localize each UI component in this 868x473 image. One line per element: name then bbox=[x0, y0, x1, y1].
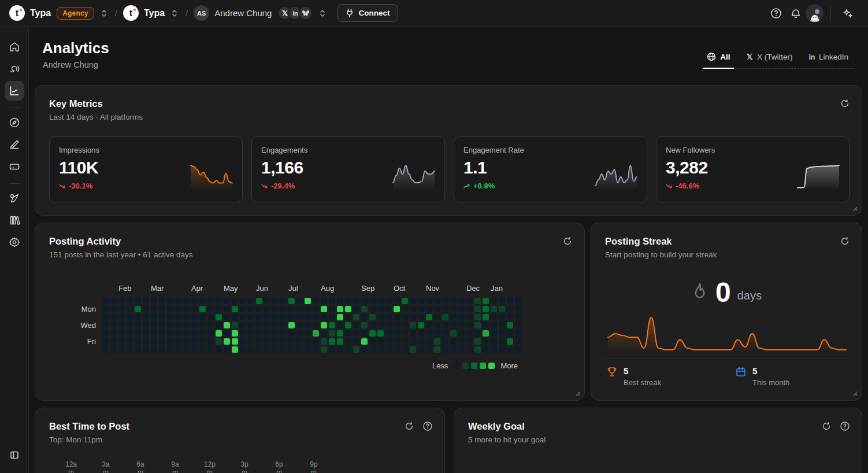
heatmap-cell[interactable] bbox=[118, 306, 125, 312]
heatmap-cell[interactable] bbox=[426, 306, 432, 312]
heatmap-cell[interactable] bbox=[483, 338, 489, 345]
heatmap-cell[interactable] bbox=[474, 314, 481, 320]
heatmap-cell[interactable] bbox=[515, 330, 521, 337]
heatmap-cell[interactable] bbox=[232, 314, 238, 320]
heatmap-cell[interactable] bbox=[224, 298, 230, 304]
heatmap-cell[interactable] bbox=[353, 298, 359, 304]
heatmap-cell[interactable] bbox=[426, 338, 432, 345]
heatmap-cell[interactable] bbox=[272, 346, 279, 353]
heatmap-cell[interactable] bbox=[385, 322, 392, 328]
notifications-bell-icon[interactable] bbox=[786, 3, 806, 23]
heatmap-cell[interactable] bbox=[434, 322, 440, 328]
heatmap-cell[interactable] bbox=[143, 330, 149, 337]
heatmap-cell[interactable] bbox=[102, 314, 109, 320]
heatmap-cell[interactable] bbox=[499, 314, 505, 320]
heatmap-cell[interactable] bbox=[515, 306, 521, 312]
heatmap-cell[interactable] bbox=[410, 346, 416, 353]
heatmap-cell[interactable] bbox=[183, 314, 190, 320]
heatmap-cell[interactable] bbox=[288, 298, 295, 304]
heatmap-cell[interactable] bbox=[426, 298, 432, 304]
heatmap-cell[interactable] bbox=[264, 322, 270, 328]
heatmap-cell[interactable] bbox=[151, 306, 157, 312]
heatmap-cell[interactable] bbox=[442, 338, 448, 345]
heatmap-cell[interactable] bbox=[232, 346, 238, 353]
heatmap-cell[interactable] bbox=[434, 338, 440, 345]
heatmap-cell[interactable] bbox=[418, 330, 424, 337]
heatmap-cell[interactable] bbox=[345, 306, 351, 312]
heatmap-cell[interactable] bbox=[515, 298, 521, 304]
heatmap-cell[interactable] bbox=[434, 298, 440, 304]
heatmap-cell[interactable] bbox=[313, 346, 319, 353]
help-icon[interactable] bbox=[766, 3, 786, 23]
heatmap-cell[interactable] bbox=[337, 322, 343, 328]
heatmap-cell[interactable] bbox=[102, 322, 109, 328]
heatmap-cell[interactable] bbox=[280, 298, 287, 304]
heatmap-cell[interactable] bbox=[272, 330, 279, 337]
heatmap-cell[interactable] bbox=[191, 306, 198, 312]
heatmap-cell[interactable] bbox=[183, 298, 190, 304]
heatmap-cell[interactable] bbox=[256, 330, 262, 337]
heatmap-cell[interactable] bbox=[410, 330, 416, 337]
heatmap-cell[interactable] bbox=[313, 298, 319, 304]
heatmap-cell[interactable] bbox=[118, 314, 125, 320]
heatmap-cell[interactable] bbox=[369, 298, 376, 304]
heatmap-cell[interactable] bbox=[191, 314, 198, 320]
sidebar-item-write[interactable] bbox=[5, 189, 24, 208]
connect-button[interactable]: Connect bbox=[337, 4, 398, 22]
platform-selector-icon[interactable] bbox=[317, 8, 328, 19]
heatmap-cell[interactable] bbox=[248, 298, 254, 304]
heatmap-cell[interactable] bbox=[337, 298, 343, 304]
heatmap-cell[interactable] bbox=[110, 330, 117, 337]
heatmap-cell[interactable] bbox=[110, 298, 117, 304]
heatmap-cell[interactable] bbox=[361, 314, 368, 320]
refresh-icon[interactable] bbox=[839, 97, 851, 110]
heatmap-cell[interactable] bbox=[499, 338, 505, 345]
heatmap-cell[interactable] bbox=[329, 306, 335, 312]
heatmap-cell[interactable] bbox=[337, 306, 343, 312]
heatmap-cell[interactable] bbox=[143, 314, 149, 320]
heatmap-cell[interactable] bbox=[110, 306, 117, 312]
heatmap-cell[interactable] bbox=[515, 322, 521, 328]
heatmap-cell[interactable] bbox=[280, 322, 287, 328]
heatmap-cell[interactable] bbox=[159, 338, 165, 345]
heatmap-cell[interactable] bbox=[499, 298, 505, 304]
heatmap-cell[interactable] bbox=[305, 346, 311, 353]
heatmap-cell[interactable] bbox=[159, 322, 165, 328]
heatmap-cell[interactable] bbox=[240, 322, 246, 328]
metric-card-new-followers[interactable]: New Followers 3,282 -46.6% bbox=[656, 136, 850, 202]
heatmap-cell[interactable] bbox=[321, 346, 327, 353]
heatmap-cell[interactable] bbox=[216, 330, 222, 337]
heatmap-cell[interactable] bbox=[240, 314, 246, 320]
heatmap-cell[interactable] bbox=[369, 314, 376, 320]
heatmap-cell[interactable] bbox=[410, 306, 416, 312]
heatmap-cell[interactable] bbox=[288, 346, 295, 353]
heatmap-cell[interactable] bbox=[483, 330, 489, 337]
heatmap-cell[interactable] bbox=[199, 330, 206, 337]
heatmap-cell[interactable] bbox=[288, 322, 295, 328]
heatmap-cell[interactable] bbox=[369, 338, 376, 345]
heatmap-cell[interactable] bbox=[426, 314, 432, 320]
tab-linkedin[interactable]: in LinkedIn bbox=[803, 47, 854, 68]
heatmap-cell[interactable] bbox=[135, 314, 141, 320]
heatmap-cell[interactable] bbox=[207, 322, 214, 328]
heatmap-cell[interactable] bbox=[151, 338, 157, 345]
heatmap-cell[interactable] bbox=[143, 306, 149, 312]
heatmap-cell[interactable] bbox=[264, 306, 270, 312]
resize-grip[interactable] bbox=[851, 205, 858, 211]
heatmap-cell[interactable] bbox=[183, 346, 190, 353]
heatmap-cell[interactable] bbox=[224, 346, 230, 353]
heatmap-cell[interactable] bbox=[288, 314, 295, 320]
heatmap-cell[interactable] bbox=[110, 346, 117, 353]
metric-card-impressions[interactable]: Impressions 110K -30.1% bbox=[49, 136, 243, 202]
heatmap-cell[interactable] bbox=[369, 346, 376, 353]
heatmap-cell[interactable] bbox=[151, 330, 157, 337]
heatmap-cell[interactable] bbox=[135, 338, 141, 345]
heatmap-cell[interactable] bbox=[135, 298, 141, 304]
info-help-icon[interactable] bbox=[839, 420, 851, 433]
heatmap-cell[interactable] bbox=[127, 346, 133, 353]
heatmap-cell[interactable] bbox=[288, 338, 295, 345]
heatmap-cell[interactable] bbox=[442, 322, 448, 328]
heatmap-cell[interactable] bbox=[345, 346, 351, 353]
heatmap-cell[interactable] bbox=[135, 306, 141, 312]
heatmap-cell[interactable] bbox=[159, 314, 165, 320]
